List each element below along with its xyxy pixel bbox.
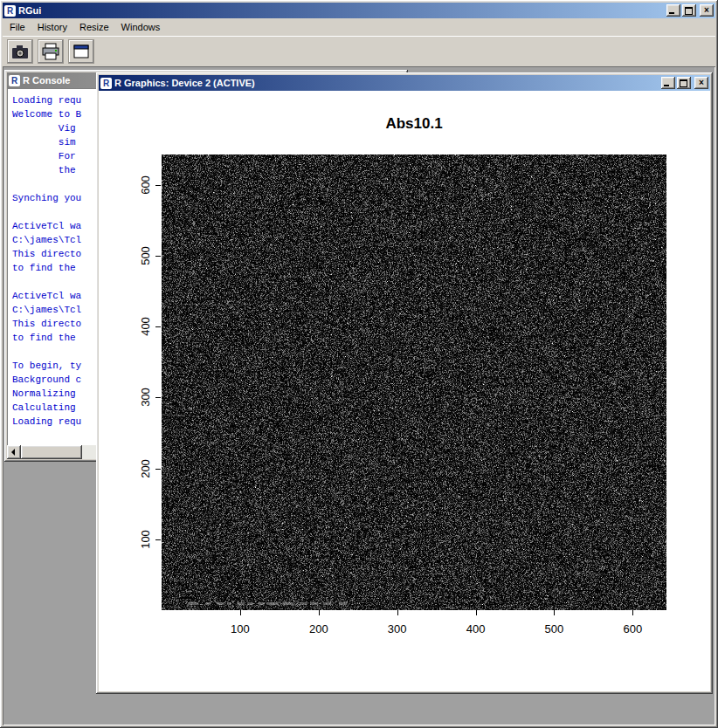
close-button[interactable]: × [700,4,714,17]
y-tick-mark [155,256,161,257]
x-tick-label: 500 [535,622,573,635]
mdi-workspace: R R Console Loading requWelcome to B Vig… [3,66,715,725]
x-tick-label: 100 [221,622,259,635]
toolbar [3,36,715,65]
maximize-icon [680,79,687,87]
r-logo-icon: R [9,75,20,86]
graphics-maximize-button[interactable] [677,77,691,89]
r-logo-icon: R [100,78,112,89]
y-tick-mark [155,469,161,470]
scrollbar-thumb[interactable] [21,445,82,459]
restore-icon [685,7,693,15]
print-button[interactable] [38,39,64,64]
minimize-icon [664,85,669,86]
y-tick-label: 500 [139,246,152,265]
window-button[interactable] [68,39,94,64]
restore-button[interactable] [682,4,696,17]
y-tick-label: 400 [139,317,152,336]
printer-icon [40,42,61,61]
x-tick-mark [554,610,555,615]
x-tick-label: 400 [457,622,495,635]
graphics-close-button[interactable]: × [694,77,708,89]
plot-image [162,155,666,610]
menu-resize[interactable]: Resize [73,19,115,35]
x-tick-mark [476,610,477,615]
main-window-title: RGui [18,5,664,16]
r-logo-icon: R [4,5,16,17]
copy-plot-button[interactable] [7,39,33,64]
screen: R RGui × File History Resize Windows [0,0,718,728]
microarray-canvas [162,155,666,610]
plot-title: Abs10.1 [162,115,666,133]
main-titlebar[interactable]: R RGui × [3,3,715,18]
menu-file[interactable]: File [3,19,31,35]
graphics-titlebar[interactable]: R R Graphics: Device 2 (ACTIVE) × [99,75,710,91]
menu-bar: File History Resize Windows [3,18,715,36]
y-tick-label: 600 [139,175,152,195]
y-tick-mark [155,185,161,186]
y-tick-label: 200 [139,459,152,478]
y-tick-mark [155,326,161,327]
menu-windows[interactable]: Windows [115,19,167,35]
x-tick-mark [397,610,398,615]
x-tick-mark [319,610,320,615]
camera-icon [10,42,31,61]
y-tick-label: 100 [139,530,152,549]
window-icon [71,42,92,61]
graphics-minimize-button[interactable] [661,77,675,89]
graphics-client: Abs10.1 10020030040050060010020030040050… [99,91,710,691]
graphics-title: R Graphics: Device 2 (ACTIVE) [114,78,659,88]
x-tick-mark [632,610,633,615]
x-tick-label: 300 [378,622,417,635]
scroll-left-button[interactable] [7,445,21,459]
y-tick-label: 300 [139,388,152,408]
arrow-left-icon [11,449,15,456]
main-window: R RGui × File History Resize Windows [0,0,718,728]
minimize-icon [669,12,674,14]
graphics-window: R R Graphics: Device 2 (ACTIVE) × Abs10.… [96,72,713,694]
x-tick-mark [240,610,241,615]
minimize-button[interactable] [666,4,680,17]
x-tick-label: 200 [300,622,338,635]
x-tick-label: 600 [613,622,652,635]
menu-history[interactable]: History [31,19,73,35]
y-tick-mark [155,397,161,398]
y-tick-mark [155,539,161,540]
